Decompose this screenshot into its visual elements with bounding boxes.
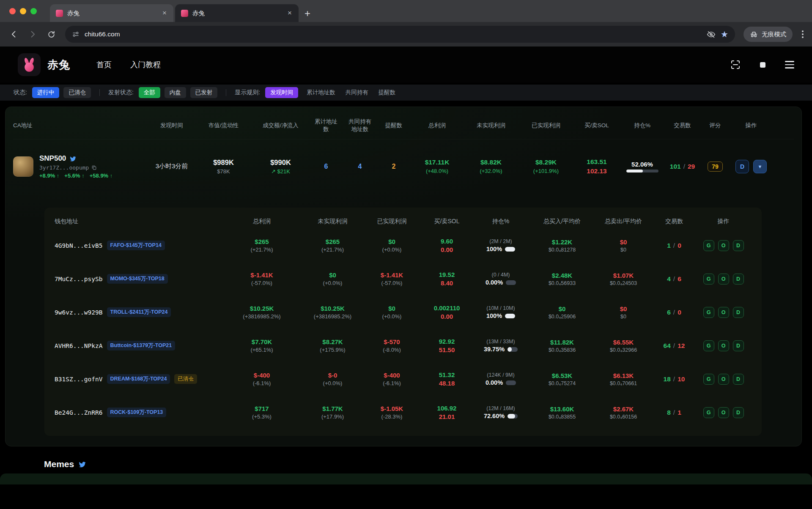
tab-close-icon[interactable]: × — [287, 9, 293, 17]
filter-option[interactable]: 全部 — [139, 87, 160, 98]
gmgn-button[interactable]: G — [703, 374, 714, 385]
token-contract-address[interactable]: 3yr17Z...oopump — [39, 164, 89, 171]
browser-tab[interactable]: 赤兔 × — [175, 4, 299, 22]
address-bar[interactable]: chitu66.com ★ — [65, 26, 735, 43]
wallet-address[interactable]: 4G9bN...eivB5 — [55, 242, 103, 249]
scan-qr-icon[interactable] — [730, 60, 741, 70]
collapse-button[interactable]: ▼ — [753, 160, 767, 173]
score-badge[interactable]: 79 — [708, 161, 723, 172]
okx-button[interactable]: O — [718, 240, 729, 251]
wallet-row[interactable]: AVHR6...NPkzA Buttcoin-$1379万-TOP21 $7.7… — [55, 329, 752, 362]
okx-button[interactable]: O — [718, 407, 729, 418]
gmgn-button[interactable]: G — [703, 240, 714, 251]
nav-item[interactable]: 首页 — [96, 60, 112, 70]
col-header[interactable]: 已实现利润 — [518, 122, 573, 129]
filter-option[interactable]: 共同持有 — [344, 87, 370, 98]
wallet-row[interactable]: B31SZ...gofnV DREAM-$168万-TOP24 已清仓 $-40… — [55, 362, 752, 396]
minimize-window-button[interactable] — [20, 8, 26, 14]
col-header[interactable]: 持仓% — [471, 218, 530, 225]
col-header[interactable]: 买/卖SOL — [422, 218, 471, 225]
reload-button[interactable] — [43, 26, 59, 42]
debot-button[interactable]: D — [733, 240, 744, 251]
col-header[interactable]: 总买入/平均价 — [530, 218, 594, 225]
wallet-address[interactable]: 9w6vz...w929B — [55, 309, 103, 316]
app-logo[interactable] — [18, 53, 41, 76]
col-header[interactable]: 买/卖SOL — [573, 122, 620, 129]
site-controls-icon[interactable] — [72, 30, 80, 38]
filter-option[interactable]: 进行中 — [32, 87, 60, 98]
debot-button[interactable]: D — [733, 274, 744, 285]
browser-menu-button[interactable] — [799, 28, 806, 41]
col-header[interactable]: 未实现利润 — [304, 218, 361, 225]
alert-count[interactable]: 2 — [392, 163, 396, 170]
forward-button[interactable] — [25, 26, 41, 42]
wallet-address[interactable]: B31SZ...gofnV — [55, 376, 103, 383]
wallet-tag-badge[interactable]: TROLL-$2411万-TOP24 — [107, 307, 171, 317]
wallet-tag-badge[interactable]: FAFO-$145万-TOP14 — [107, 241, 165, 250]
address-count[interactable]: 6 — [324, 163, 328, 170]
copy-icon[interactable] — [91, 165, 97, 170]
col-header[interactable]: 累计地址数 — [309, 118, 343, 133]
col-header[interactable]: 总利润 — [411, 122, 464, 129]
browser-tab[interactable]: 赤兔 × — [50, 4, 173, 22]
gmgn-button[interactable]: G — [703, 274, 714, 285]
col-header[interactable]: 已实现利润 — [361, 218, 422, 225]
wallet-row[interactable]: 4G9bN...eivB5 FAFO-$145万-TOP14 $265 (+21… — [55, 229, 752, 262]
common-holder-count[interactable]: 4 — [358, 163, 362, 170]
wallet-tag-badge[interactable]: Buttcoin-$1379万-TOP21 — [107, 341, 176, 350]
filter-option[interactable]: 累计地址数 — [305, 87, 337, 98]
filter-option[interactable]: 已发射 — [190, 87, 218, 98]
col-header[interactable]: 总利润 — [219, 218, 304, 225]
bookmark-star-icon[interactable]: ★ — [721, 29, 728, 39]
menu-icon[interactable] — [785, 61, 794, 68]
new-tab-button[interactable]: + — [304, 8, 310, 19]
gmgn-button[interactable]: G — [703, 340, 714, 351]
wallet-tag-badge[interactable]: MOMO-$345万-TOP18 — [107, 274, 168, 284]
debot-button[interactable]: D — [733, 307, 744, 318]
debot-button[interactable]: D — [733, 374, 744, 385]
okx-button[interactable]: O — [718, 307, 729, 318]
window-icon[interactable] — [760, 62, 765, 68]
okx-button[interactable]: O — [718, 340, 729, 351]
token-row[interactable]: SNP500 3yr17Z...oopump +8.9% ↑ +5.6% ↑ +… — [13, 139, 794, 193]
col-header[interactable]: 共同持有地址数 — [343, 118, 377, 133]
col-header[interactable]: 交易数 — [664, 122, 700, 129]
col-header[interactable]: 成交额/净流入 — [252, 122, 309, 129]
nav-item[interactable]: 入门教程 — [130, 60, 161, 70]
twitter-icon[interactable] — [69, 155, 76, 162]
col-header[interactable]: 交易数 — [653, 218, 695, 225]
okx-button[interactable]: O — [718, 274, 729, 285]
eye-off-icon[interactable] — [707, 30, 716, 39]
col-header[interactable]: 持仓% — [620, 122, 664, 129]
col-header[interactable]: 发现时间 — [148, 122, 195, 129]
filter-option[interactable]: 提醒数 — [377, 87, 398, 98]
filter-option[interactable]: 已清仓 — [63, 87, 91, 98]
wallet-address[interactable]: 7MuCz...psySb — [55, 276, 103, 282]
filter-option[interactable]: 内盘 — [165, 87, 186, 98]
url-text[interactable]: chitu66.com — [85, 30, 702, 38]
twitter-icon[interactable] — [78, 460, 86, 468]
zoom-window-button[interactable] — [30, 8, 37, 14]
wallet-address[interactable]: Be24G...ZnRR6 — [55, 409, 103, 416]
col-header[interactable]: 市值/流动性 — [195, 122, 252, 129]
debot-button[interactable]: D — [733, 407, 744, 418]
tab-close-icon[interactable]: × — [162, 9, 167, 17]
col-header[interactable]: 未实现利润 — [464, 122, 518, 129]
wallet-row[interactable]: Be24G...ZnRR6 ROCK-$109万-TOP13 $717 (+5.… — [55, 396, 752, 429]
wallet-tag-badge[interactable]: DREAM-$168万-TOP24 — [107, 374, 170, 384]
gmgn-button[interactable]: G — [703, 407, 714, 418]
back-button[interactable] — [6, 26, 22, 42]
wallet-row[interactable]: 7MuCz...psySb MOMO-$345万-TOP18 $-1.41K (… — [55, 262, 752, 296]
token-avatar[interactable] — [13, 156, 33, 177]
wallet-row[interactable]: 9w6vz...w929B TROLL-$2411万-TOP24 $10.25K… — [55, 296, 752, 329]
col-header[interactable]: 评分 — [700, 122, 730, 129]
token-name[interactable]: SNP500 — [39, 154, 66, 163]
wallet-address[interactable]: AVHR6...NPkzA — [55, 342, 103, 349]
wallet-tag-badge[interactable]: ROCK-$109万-TOP13 — [107, 408, 167, 417]
col-header[interactable]: 总卖出/平均价 — [594, 218, 653, 225]
debot-button[interactable]: D — [735, 160, 749, 173]
gmgn-button[interactable]: G — [703, 307, 714, 318]
col-header[interactable]: 提醒数 — [377, 122, 411, 129]
filter-option[interactable]: 发现时间 — [265, 87, 298, 98]
okx-button[interactable]: O — [718, 374, 729, 385]
